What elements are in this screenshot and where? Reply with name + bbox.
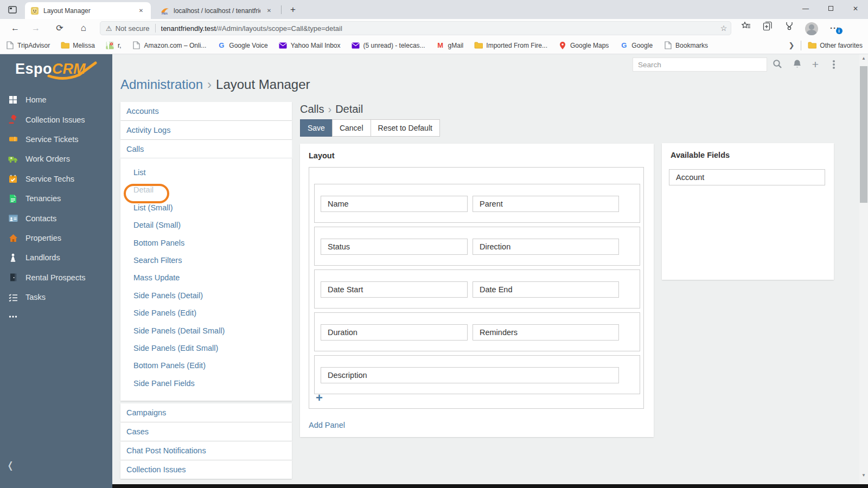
sidebar-item-rental-prospects[interactable]: Rental Prospects: [0, 268, 112, 287]
window-minimize-button[interactable]: —: [793, 0, 818, 18]
sidebar-item-tenancies[interactable]: Tenancies: [0, 189, 112, 208]
sidebar-item-properties[interactable]: Properties: [0, 228, 112, 248]
sidebar-item-home[interactable]: Home: [0, 90, 112, 110]
bookmark-google-voice[interactable]: GGoogle Voice: [217, 41, 267, 50]
scope-item-chat-post-notifications[interactable]: Chat Post Notifications: [120, 441, 292, 460]
bookmark-google-maps[interactable]: Google Maps: [558, 41, 609, 50]
bookmark-amazon[interactable]: Amazon.com – Onli...: [132, 41, 207, 50]
layout-row[interactable]: Description: [314, 355, 640, 394]
scope-item-campaigns[interactable]: Campaigns: [120, 403, 292, 422]
scope-item-cases[interactable]: Cases: [120, 422, 292, 441]
forward-icon[interactable]: →: [28, 21, 43, 35]
breadcrumb-administration-link[interactable]: Administration: [120, 77, 203, 92]
tab-close-icon[interactable]: ✕: [137, 7, 145, 15]
tab-actions-button[interactable]: [5, 4, 20, 16]
field-cell-direction[interactable]: Direction: [473, 239, 619, 255]
bookmark-tripadvisor[interactable]: TripAdvisor: [5, 41, 50, 50]
tab-phpmyadmin[interactable]: PMA localhost / localhost / tenantfrien …: [155, 2, 279, 19]
sidebar-item-service-tickets[interactable]: Service Tickets: [0, 130, 112, 149]
reset-to-default-button[interactable]: Reset to Default: [371, 119, 440, 137]
layout-link-bottom-panels-edit[interactable]: Bottom Panels (Edit): [120, 357, 292, 374]
kebab-menu-icon[interactable]: [827, 58, 841, 71]
layout-link-list-small[interactable]: List (Small): [120, 199, 292, 216]
add-favorite-icon[interactable]: ☆: [717, 24, 731, 33]
sidebar-item-service-techs[interactable]: Service Techs: [0, 169, 112, 189]
window-maximize-button[interactable]: [818, 0, 843, 18]
bookmark-bookmarks[interactable]: Bookmarks: [663, 41, 708, 50]
not-secure-chip[interactable]: ⚠ Not secure: [100, 22, 155, 35]
tab-layout-manager[interactable]: Layout Manager ✕: [25, 2, 151, 19]
layout-link-list[interactable]: List: [120, 164, 292, 181]
layout-link-detail-small[interactable]: Detail (Small): [120, 216, 292, 234]
bookmark-imported-from-firefox[interactable]: Imported From Fire...: [474, 41, 547, 50]
new-tab-button[interactable]: +: [286, 4, 299, 16]
scrollbar-up-arrow[interactable]: ▲: [859, 54, 868, 63]
add-panel-link[interactable]: Add Panel: [309, 421, 345, 429]
layout-link-bottom-panels[interactable]: Bottom Panels: [120, 234, 292, 252]
favorites-icon[interactable]: [738, 21, 754, 35]
layout-row[interactable]: Date Start Date End: [314, 269, 640, 309]
field-cell-date-end[interactable]: Date End: [473, 281, 619, 298]
layout-row[interactable]: Duration Reminders: [314, 312, 640, 351]
bookmark-gmail[interactable]: MgMail: [436, 41, 464, 50]
collections-icon[interactable]: [760, 21, 776, 35]
sidebar-collapse-icon[interactable]: ❬: [7, 460, 14, 471]
cancel-button[interactable]: Cancel: [332, 119, 371, 137]
sidebar-item-tasks[interactable]: Tasks: [0, 287, 112, 307]
layout-link-detail-selected[interactable]: Detail: [120, 181, 292, 198]
back-icon[interactable]: ←: [8, 21, 23, 35]
field-cell-name[interactable]: Name: [321, 196, 468, 212]
sidebar-item-landlords[interactable]: Landlords: [0, 248, 112, 267]
available-field-account[interactable]: Account: [669, 169, 825, 185]
browser-essentials-icon[interactable]: [781, 21, 797, 35]
field-cell-reminders[interactable]: Reminders: [473, 324, 619, 341]
bookmark-r[interactable]: r,: [106, 41, 122, 50]
field-cell-parent[interactable]: Parent: [473, 196, 619, 212]
add-row-plus-button[interactable]: +: [316, 391, 323, 405]
save-button[interactable]: Save: [300, 119, 333, 137]
sidebar-item-collection-issues[interactable]: Collection Issues: [0, 110, 112, 129]
browser-home-icon[interactable]: ⌂: [76, 21, 91, 35]
layout-link-mass-update[interactable]: Mass Update: [120, 269, 292, 286]
layout-link-side-panels-edit-small[interactable]: Side Panels (Edit Small): [120, 339, 292, 357]
notifications-bell-icon[interactable]: [790, 58, 804, 71]
refresh-icon[interactable]: ⟳: [52, 21, 67, 35]
url-text[interactable]: tenantfriendly.test/#Admin/layouts/scope…: [161, 24, 717, 33]
bookmark-google[interactable]: GGoogle: [620, 41, 653, 50]
address-bar[interactable]: ⚠ Not secure tenantfriendly.test/#Admin/…: [100, 21, 731, 35]
bookmark-unread-telecas[interactable]: (5 unread) - telecas...: [352, 41, 425, 50]
page-scrollbar[interactable]: ▲ ▼: [859, 54, 868, 484]
other-favorites-folder[interactable]: Other favorites: [808, 41, 863, 50]
scope-item-activity-logs[interactable]: Activity Logs: [120, 121, 292, 139]
espocrm-logo[interactable]: EspoCRM: [15, 61, 99, 81]
settings-menu-icon[interactable]: ···i: [827, 21, 843, 35]
search-input[interactable]: [633, 57, 767, 72]
scope-item-calls[interactable]: Calls: [120, 140, 292, 158]
sidebar-item-more[interactable]: [0, 307, 112, 326]
tab-close-icon[interactable]: ✕: [265, 7, 273, 15]
layout-row[interactable]: Status Direction: [314, 227, 640, 266]
scope-item-accounts[interactable]: Accounts: [120, 102, 292, 120]
bookmarks-overflow-chevron-icon[interactable]: ❯: [788, 41, 794, 49]
layout-link-side-panel-fields[interactable]: Side Panel Fields: [120, 375, 292, 392]
field-cell-duration[interactable]: Duration: [321, 324, 468, 341]
layout-row[interactable]: Name Parent: [314, 184, 640, 223]
layout-link-search-filters[interactable]: Search Filters: [120, 252, 292, 269]
quick-create-plus-icon[interactable]: +: [808, 58, 822, 71]
scope-item-collection-issues[interactable]: Collection Issues: [120, 460, 292, 479]
profile-avatar[interactable]: [803, 21, 820, 35]
scrollbar-thumb[interactable]: [860, 66, 867, 203]
field-cell-status[interactable]: Status: [321, 239, 468, 255]
layout-link-side-panels-detail[interactable]: Side Panels (Detail): [120, 287, 292, 304]
scrollbar-down-arrow[interactable]: ▼: [859, 471, 868, 480]
field-cell-date-start[interactable]: Date Start: [321, 281, 468, 298]
bookmark-melissa[interactable]: Melissa: [61, 41, 95, 50]
bookmark-yahoo-mail[interactable]: Yahoo Mail Inbox: [279, 41, 341, 50]
field-cell-description[interactable]: Description: [321, 367, 619, 383]
sidebar-item-contacts[interactable]: Contacts: [0, 208, 112, 228]
window-close-button[interactable]: ✕: [843, 0, 868, 18]
layout-link-side-panels-edit[interactable]: Side Panels (Edit): [120, 304, 292, 322]
sidebar-item-work-orders[interactable]: Work Orders: [0, 149, 112, 169]
layout-link-side-panels-detail-small[interactable]: Side Panels (Detail Small): [120, 322, 292, 339]
search-icon[interactable]: [770, 58, 784, 71]
